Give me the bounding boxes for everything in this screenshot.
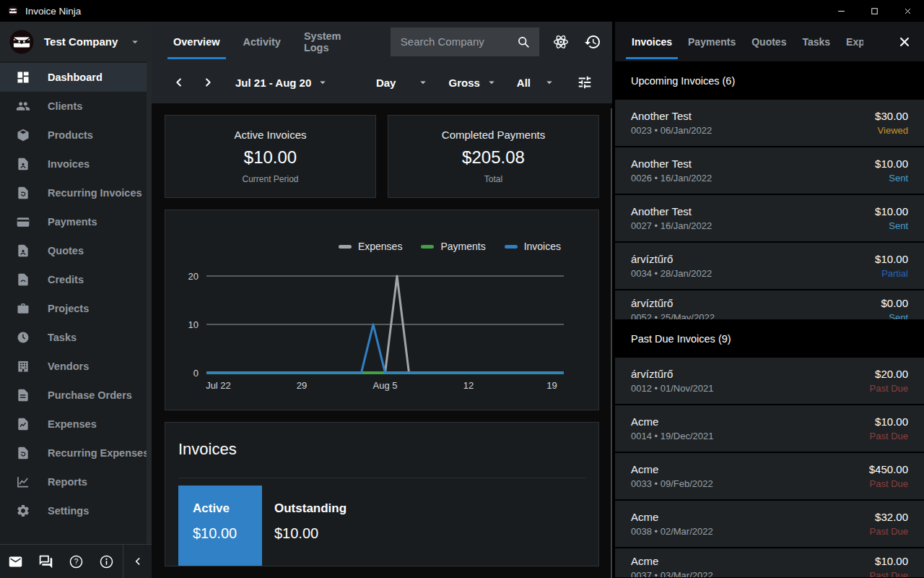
sidebar-item-label: Tasks — [48, 332, 77, 343]
svg-text:12: 12 — [463, 380, 474, 391]
expenses-icon — [16, 417, 30, 431]
sidebar-item-products[interactable]: Products — [0, 121, 152, 150]
sidebar-item-recurring-invoices[interactable]: Recurring Invoices — [0, 178, 152, 207]
window-controls — [824, 0, 924, 22]
client-name: Another Test — [631, 158, 712, 170]
settings-icon — [16, 504, 30, 518]
sidebar-item-clients[interactable]: Clients — [0, 92, 152, 121]
status-badge: Past Due — [870, 431, 908, 441]
panel-tab-quotes[interactable]: Quotes — [751, 22, 786, 61]
card-title: Completed Payments — [442, 129, 545, 141]
past-due-invoices-header: Past Due Invoices (9) — [615, 319, 924, 358]
sidebar-item-tasks[interactable]: Tasks — [0, 323, 152, 352]
sidebar-item-reports[interactable]: Reports — [0, 467, 152, 496]
invoice-list-item[interactable]: Acme0033 • 09/Feb/2022 $450.00Past Due — [615, 453, 924, 499]
client-name: Acme — [631, 463, 713, 475]
sidebar-item-purchase-orders[interactable]: Purchase Orders — [0, 381, 152, 410]
sidebar-item-recurring-expenses[interactable]: Recurring Expenses — [0, 439, 152, 467]
recurring-invoices-icon — [16, 186, 30, 200]
sidebar-item-label: Vendors — [48, 361, 89, 372]
dashboard-settings-button[interactable] — [575, 72, 595, 92]
next-period-button[interactable] — [198, 72, 218, 92]
invoice-list-item[interactable]: árvíztűrő0012 • 01/Nov/2021 $20.00Past D… — [615, 358, 924, 404]
panel-tab-invoices[interactable]: Invoices — [632, 22, 672, 61]
company-selector[interactable]: Test Company — [0, 22, 152, 61]
recurring-expenses-icon — [16, 446, 30, 460]
close-window-button[interactable] — [891, 0, 924, 22]
sidebar-item-vendors[interactable]: Vendors — [0, 352, 152, 381]
panel-tab-tasks[interactable]: Tasks — [802, 22, 830, 61]
invoice-list-item[interactable]: Another Test0023 • 06/Jan/2022 $30.00Vie… — [615, 100, 924, 146]
overview-chart-card: ExpensesPaymentsInvoices 01020Jul 2229Au… — [165, 210, 599, 410]
chevron-down-icon — [128, 35, 141, 48]
sidebar-item-settings[interactable]: Settings — [0, 496, 152, 525]
invoice-amount: $10.00 — [875, 415, 908, 428]
sidebar-item-credits[interactable]: Credits — [0, 265, 152, 294]
payments-icon — [16, 215, 30, 229]
card-title: Active Invoices — [234, 129, 306, 141]
maximize-button[interactable] — [858, 0, 891, 22]
invoice-list-item[interactable]: árvíztűrő0034 • 28/Jan/2022 $10.00Partia… — [615, 243, 924, 289]
main-scrollbar[interactable] — [611, 108, 612, 578]
search-input[interactable] — [399, 35, 516, 48]
invoice-list-item[interactable]: Acme0038 • 02/Mar/2022 $32.00Past Due — [615, 501, 924, 547]
collapse-sidebar-button[interactable] — [123, 545, 152, 578]
invoice-list-item[interactable]: Another Test0027 • 16/Jan/2022 $10.00Sen… — [615, 195, 924, 241]
chat-support-button[interactable] — [30, 545, 61, 578]
devtools-button[interactable] — [552, 31, 571, 53]
history-button[interactable] — [583, 31, 602, 53]
interval-selector[interactable]: Day — [376, 76, 430, 89]
panel-tab-expenses[interactable]: Expenses — [846, 22, 863, 61]
currency-filter-selector[interactable]: All — [517, 76, 556, 89]
chat-icon — [38, 554, 53, 569]
vendors-icon — [16, 359, 30, 374]
sidebar-scrollbar[interactable] — [147, 61, 152, 544]
sidebar-item-dashboard[interactable]: Dashboard — [0, 63, 152, 92]
tile-label: Outstanding — [274, 501, 346, 516]
invoices-section-title: Invoices — [178, 440, 585, 459]
sidebar-item-invoices[interactable]: Invoices — [0, 150, 152, 178]
invoice-list-item[interactable]: árvíztűrő0052 • 25/May/2022 $0.00Sent — [615, 290, 924, 319]
panel-tab-payments[interactable]: Payments — [688, 22, 736, 61]
chevron-down-icon — [316, 76, 329, 89]
previous-period-button[interactable] — [169, 72, 189, 92]
date-range-selector[interactable]: Jul 21 - Aug 20 — [235, 76, 329, 89]
outstanding-invoices-tile[interactable]: Outstanding $10.00 — [262, 486, 346, 566]
sidebar-item-expenses[interactable]: Expenses — [0, 410, 152, 439]
amount-type-selector[interactable]: Gross — [448, 76, 497, 89]
about-button[interactable] — [91, 545, 121, 578]
products-icon — [16, 128, 30, 142]
invoice-list-item[interactable]: Acme0014 • 19/Dec/2021 $10.00Past Due — [615, 405, 924, 452]
company-name: Test Company — [44, 35, 118, 48]
tab-overview[interactable]: Overview — [173, 22, 220, 61]
dashboard-content: Active Invoices $10.00 Current Period Co… — [152, 103, 612, 578]
sidebar-item-payments[interactable]: Payments — [0, 207, 152, 236]
close-panel-button[interactable] — [894, 31, 915, 53]
company-search-box[interactable] — [391, 27, 539, 56]
tab-activity[interactable]: Activity — [243, 22, 281, 61]
email-support-button[interactable] — [0, 545, 30, 578]
tile-value: $10.00 — [193, 525, 262, 542]
tab-system-logs[interactable]: System Logs — [304, 22, 362, 61]
help-button[interactable] — [61, 545, 91, 578]
sidebar-item-label: Dashboard — [48, 72, 103, 83]
reports-icon — [16, 475, 30, 489]
invoice-list-item[interactable]: Acme0037 • 03/Mar/2022 $10.00Past Due — [615, 548, 924, 577]
invoice-list-item[interactable]: Another Test0026 • 16/Jan/2022 $10.00Sen… — [615, 147, 924, 194]
invoice-meta: 0027 • 16/Jan/2022 — [631, 220, 712, 231]
sidebar-item-quotes[interactable]: Quotes — [0, 236, 152, 265]
invoice-meta: 0034 • 28/Jan/2022 — [631, 268, 712, 279]
invoice-meta: 0014 • 19/Dec/2021 — [631, 431, 713, 441]
sidebar-nav: Dashboard Clients Products Invoices Recu… — [0, 61, 152, 525]
active-invoices-tile[interactable]: Active $10.00 — [178, 486, 262, 566]
chevron-right-icon — [201, 76, 214, 89]
invoice-meta: 0037 • 03/Mar/2022 — [631, 570, 713, 577]
card-value: $205.08 — [462, 147, 525, 168]
minimize-button[interactable] — [824, 0, 858, 22]
close-icon — [897, 35, 912, 49]
sliders-icon — [577, 74, 593, 90]
search-icon — [516, 35, 531, 49]
date-range-label: Jul 21 - Aug 20 — [235, 77, 311, 89]
svg-text:29: 29 — [297, 380, 307, 391]
sidebar-item-projects[interactable]: Projects — [0, 294, 152, 323]
